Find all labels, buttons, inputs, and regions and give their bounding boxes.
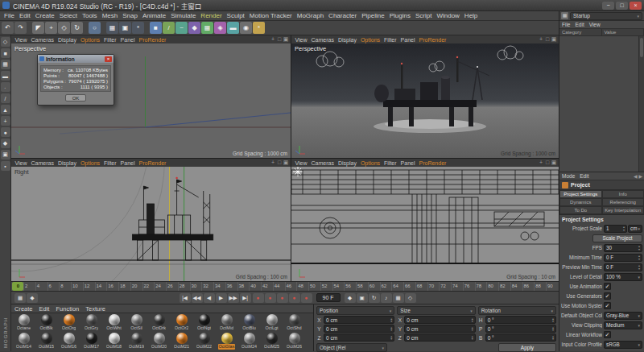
dialog-title-bar[interactable]: Information ×	[38, 55, 114, 63]
timeline-tick[interactable]: 44	[273, 282, 285, 291]
viewport-menu-item[interactable]: Filter	[102, 160, 119, 166]
pen-icon[interactable]: /	[163, 22, 175, 34]
menu-item[interactable]: Pipeline	[359, 12, 386, 19]
timeline-tick[interactable]: 72	[439, 282, 451, 291]
timeline-tick[interactable]: 16	[106, 282, 118, 291]
scale-icon[interactable]: ◇	[58, 22, 70, 34]
toggle-views-icon[interactable]: ▣	[283, 159, 289, 166]
material-item[interactable]: OctM25	[261, 333, 283, 350]
environment-icon[interactable]: ▬	[227, 22, 239, 34]
lock-icon[interactable]: ▪	[1, 161, 10, 171]
view-clipping-select[interactable]: Medium▾	[604, 321, 642, 329]
attribute-tab[interactable]: Dynamics	[559, 198, 602, 206]
dialog-close-button[interactable]: ×	[105, 56, 112, 62]
light-icon[interactable]: *	[253, 22, 265, 34]
coordinate-system-icon[interactable]: ○	[89, 22, 101, 34]
material-menu-item[interactable]: Edit	[36, 305, 53, 313]
attribute-tab[interactable]: Key Interpolation	[602, 206, 644, 214]
viewport-menu-item[interactable]: ProRender	[417, 37, 448, 43]
material-item[interactable]: OctM20	[148, 333, 170, 350]
use-animation-checkbox[interactable]: ✓	[604, 283, 611, 290]
timeline-tick[interactable]: 78	[475, 282, 487, 291]
viewport-menu-item[interactable]: Cameras	[29, 160, 56, 166]
make-editable-icon[interactable]: ◇	[1, 37, 10, 47]
play-button[interactable]: ▶	[216, 293, 227, 303]
render-settings-icon[interactable]: *	[132, 22, 144, 34]
attribute-menu-item[interactable]: Mode	[559, 173, 577, 179]
timeline-tick[interactable]: 14	[95, 282, 107, 291]
move-icon[interactable]: +	[45, 22, 57, 34]
attribute-menu-item[interactable]: Edit	[577, 173, 591, 179]
timeline-tick[interactable]: 8	[59, 282, 71, 291]
close-button[interactable]: ×	[630, 2, 642, 10]
render-view-icon[interactable]: ▦	[106, 22, 118, 34]
viewport-menu-item[interactable]: Options	[78, 37, 101, 43]
minimum-time-input[interactable]: 0 F▴▾	[604, 254, 642, 262]
attribute-tab[interactable]: To Do	[559, 206, 602, 214]
rotation-p-field[interactable]: 0 °▴▾	[485, 325, 556, 333]
viewport-menu-item[interactable]: View	[293, 160, 309, 166]
level-of-detail-select[interactable]: 100 %▾	[604, 273, 642, 281]
viewport-menu-item[interactable]: Options	[358, 37, 382, 43]
timeline-tick[interactable]: 90	[546, 282, 558, 291]
timeline-tick[interactable]: 38	[237, 282, 250, 291]
material-item[interactable]: OctWht	[103, 314, 125, 332]
material-item[interactable]: OctM14	[13, 333, 35, 350]
material-item[interactable]: OctM26	[283, 333, 305, 350]
menu-item[interactable]: MoGraph	[295, 12, 326, 19]
apply-button[interactable]: Apply	[498, 343, 556, 352]
minimize-button[interactable]: −	[602, 2, 614, 10]
timeline-tick[interactable]: 26	[166, 282, 178, 291]
material-menu-item[interactable]: Texture	[82, 305, 109, 313]
maximize-view-icon[interactable]: □	[276, 36, 283, 43]
pan-view-icon[interactable]: +	[538, 36, 544, 43]
preview-min-time-input[interactable]: 0 F▴▾	[604, 263, 642, 271]
scale-project-button[interactable]: Scale Project	[592, 234, 642, 242]
object-manager-column-header[interactable]: Value	[602, 29, 644, 35]
size-y-field[interactable]: 0 cm▴▾	[404, 325, 475, 333]
viewport-menu-item[interactable]: Display	[56, 160, 78, 166]
menu-item[interactable]: Snap	[120, 12, 140, 19]
menu-item[interactable]: Render	[198, 12, 224, 19]
material-item[interactable]: OctGlas	[216, 333, 237, 350]
material-item[interactable]: OctShd	[283, 314, 305, 332]
material-item[interactable]: OctM15	[35, 333, 57, 350]
timeline-tick[interactable]: 64	[391, 282, 403, 291]
rotation-b-field[interactable]: 0 °▴▾	[485, 333, 556, 342]
workplane-mode-icon[interactable]: ▬	[1, 71, 10, 81]
viewport-menu-item[interactable]: ProRender	[137, 37, 168, 43]
maximize-view-icon[interactable]: □	[276, 159, 283, 166]
material-item[interactable]: OctM22	[193, 333, 215, 350]
redo-icon[interactable]: ↷	[14, 22, 27, 34]
timeline-tick[interactable]: 52	[320, 282, 332, 291]
default-object-color-select[interactable]: Gray-Blue▾	[604, 312, 642, 320]
record-position-button[interactable]: ●	[277, 293, 288, 303]
object-manager-menu-item[interactable]: View	[587, 22, 603, 27]
render-picture-viewer-icon[interactable]: ▣	[119, 22, 131, 34]
viewport-menu-item[interactable]: Panel	[118, 160, 137, 166]
array-icon[interactable]: ▦	[201, 22, 213, 34]
material-item[interactable]: OctLgt	[261, 314, 283, 332]
timeline-tick[interactable]: 28	[178, 282, 190, 291]
snap-icon[interactable]: ◆	[1, 139, 10, 148]
material-item[interactable]: Octane	[13, 314, 35, 332]
menu-item[interactable]: Create	[33, 12, 57, 19]
menu-item[interactable]: Mesh	[100, 12, 121, 19]
timeline-tick[interactable]: 50	[308, 282, 320, 291]
vertical-palette-label[interactable]: MOGRAPH	[3, 317, 8, 348]
timeline-tick[interactable]: 68	[415, 282, 427, 291]
position-x-field[interactable]: 0 cm▴▾	[324, 316, 394, 324]
project-scale-input[interactable]: 1▴▾	[604, 225, 627, 233]
live-selection-icon[interactable]: ◤	[32, 22, 44, 34]
object-manager-column-header[interactable]: Category	[559, 29, 602, 35]
timeline-ruler-icon[interactable]: ▦	[14, 293, 26, 303]
timeline-tick[interactable]: 66	[403, 282, 415, 291]
loop-icon[interactable]: ↻	[369, 293, 380, 303]
menu-item[interactable]: Help	[462, 12, 480, 19]
menu-item[interactable]: Sculpt	[225, 12, 247, 19]
position-header-select[interactable]: Position▾	[316, 306, 394, 315]
material-menu-item[interactable]: Create	[11, 305, 36, 313]
camera-icon[interactable]: ◉	[240, 22, 252, 34]
timeline-tick[interactable]: 2	[23, 282, 35, 291]
use-generators-checkbox[interactable]: ✓	[604, 292, 611, 300]
